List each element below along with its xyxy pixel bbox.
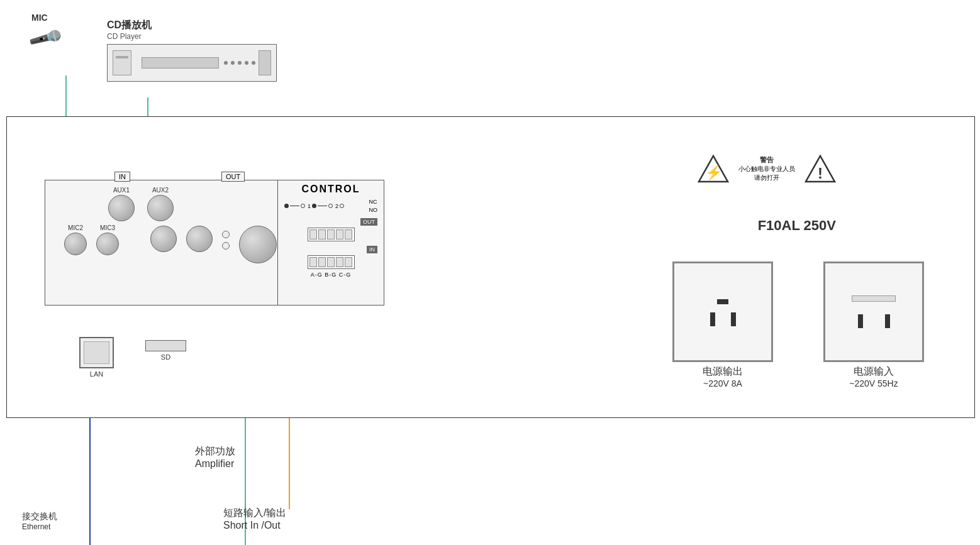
aux2-large-knob-group: [186, 224, 213, 263]
aux1-large-knob: [150, 226, 177, 252]
lightning-triangle-icon: ⚡: [698, 155, 729, 183]
mic2-knob: [64, 233, 87, 255]
short-cn-label: 短路输入/输出: [223, 507, 286, 520]
ctrl-in-cell-2: [318, 257, 326, 267]
power-input-outlet: [823, 261, 924, 362]
power-output-label-en: ~220V 8A: [672, 378, 773, 388]
ctrl-num-1: 1: [308, 203, 311, 209]
lan-inner: [84, 341, 109, 364]
input-outlet-bottom-slots: [858, 314, 890, 328]
ctrl-in-cell-4: [336, 257, 343, 267]
in-label: IN: [114, 172, 130, 182]
mic3-knob: [96, 233, 119, 255]
power-output-outlet: [672, 261, 773, 362]
mic2-label: MIC2: [64, 224, 87, 231]
input-outlet-slot-right: [885, 314, 890, 328]
ctrl-row-1: 1 2: [284, 203, 344, 209]
ethernet-label-group: 接交换机 Ethernet: [22, 511, 57, 531]
no-label: NO: [369, 206, 378, 214]
ctrl-cell-1: [309, 229, 317, 239]
power-input-label-cn: 电源输入: [823, 365, 924, 378]
aux2-knob: [147, 195, 174, 221]
out-label-container: OUT: [281, 215, 377, 226]
ctrl-cell-2: [318, 229, 326, 239]
svg-text:⚡: ⚡: [705, 164, 723, 181]
power-input-label-en: ~220V 55Hz: [823, 378, 924, 388]
warning-symbols: ⚡ 警告 小心触电非专业人员 请勿打开 !: [698, 155, 836, 183]
power-output-label-cn: 电源输出: [672, 365, 773, 378]
dots-group: [222, 231, 230, 263]
sd-box: [145, 340, 186, 351]
output-knob-group: [239, 224, 277, 263]
ctrl-in-cell-1: [309, 257, 317, 267]
aux1-knob: [108, 195, 135, 221]
lan-box: [79, 337, 114, 368]
cd-dot-3: [238, 61, 242, 65]
cd-dot-1: [224, 61, 228, 65]
out-label: OUT: [221, 172, 245, 182]
ctrl-dot-empty-3: [340, 204, 344, 208]
ctrl-in-block: [308, 255, 355, 269]
fuse-label: F10AL 250V: [758, 217, 836, 234]
aux1-large-knob-group: [150, 224, 177, 263]
outlet-slot-right: [731, 312, 736, 326]
ctrl-out-label: OUT: [360, 218, 377, 226]
ctrl-dot-empty-1: [301, 204, 305, 208]
cd-player-label-en: CD Player: [107, 32, 152, 41]
cd-dot-2: [231, 61, 235, 65]
ethernet-cn-label: 接交换机: [22, 511, 57, 522]
ctrl-in-label: IN: [367, 246, 377, 253]
cd-slot-inner: [116, 56, 128, 58]
aux2-label: AUX2: [147, 187, 174, 194]
ctrl-out-block: [308, 228, 355, 241]
outlet-slot-left: [710, 312, 715, 326]
warning-title: 警告: [738, 155, 795, 165]
in-label-container: IN: [281, 243, 377, 254]
ctrl-dot-filled-2: [312, 204, 316, 208]
small-dot-2: [222, 242, 230, 250]
svg-text:!: !: [818, 165, 823, 182]
spacer: [128, 224, 141, 263]
warning-line1: 小心触电非专业人员: [738, 165, 795, 173]
mic-label: MIC: [31, 13, 60, 23]
control-section: CONTROL 1 2 NC NO OUT: [277, 180, 384, 306]
mic3-label: MIC3: [96, 224, 119, 231]
ctrl-line-1: [290, 206, 299, 206]
sd-label: SD: [145, 353, 186, 361]
amplifier-label-group: 外部功放 Amplifier: [195, 445, 235, 470]
device-box: IN OUT AUX1 AUX2 MIC2 MIC3: [6, 116, 975, 418]
cd-slot: [113, 50, 131, 75]
amplifier-en-label: Amplifier: [195, 458, 235, 470]
ethernet-en-label: Ethernet: [22, 522, 57, 531]
warning-text-box: 警告 小心触电非专业人员 请勿打开: [738, 155, 795, 182]
aux2-knob-group: AUX2: [147, 187, 174, 221]
ctrl-cell-3: [327, 229, 335, 239]
amplifier-cn-label: 外部功放: [195, 445, 235, 458]
cd-player-graphic: [107, 44, 277, 82]
output-knob: [239, 226, 277, 263]
cd-btn: [259, 50, 271, 75]
power-input-group: 电源输入 ~220V 55Hz: [823, 261, 924, 388]
ctrl-line-2: [318, 206, 327, 206]
short-en-label: Short In /Out: [223, 520, 286, 531]
lan-port: LAN: [79, 337, 114, 378]
cd-tray: [142, 57, 219, 69]
exclamation-triangle-icon: !: [805, 155, 836, 183]
short-label-group: 短路输入/输出 Short In /Out: [223, 507, 286, 531]
input-outlet-slot-left: [858, 314, 863, 328]
ctrl-bottom-text: A-G B-G C-G: [281, 272, 381, 278]
cd-dot-4: [245, 61, 248, 65]
power-section: 电源输出 ~220V 8A 电源输入 ~220V 55Hz: [672, 261, 924, 388]
control-title: CONTROL: [281, 184, 381, 195]
ctrl-dot-empty-2: [328, 204, 333, 208]
mic-icon: 🎤: [27, 20, 65, 57]
ctrl-in-cell-3: [327, 257, 335, 267]
mic3-knob-group: MIC3: [96, 224, 119, 263]
ctrl-in-cell-5: [345, 257, 352, 267]
aux2-large-knob: [186, 226, 213, 252]
mic2-knob-group: MIC2: [64, 224, 87, 263]
nc-label: NC: [369, 198, 378, 206]
ctrl-cell-5: [345, 229, 352, 239]
sd-area: SD: [145, 340, 186, 361]
cd-player-label-cn: CD播放机: [107, 19, 152, 32]
